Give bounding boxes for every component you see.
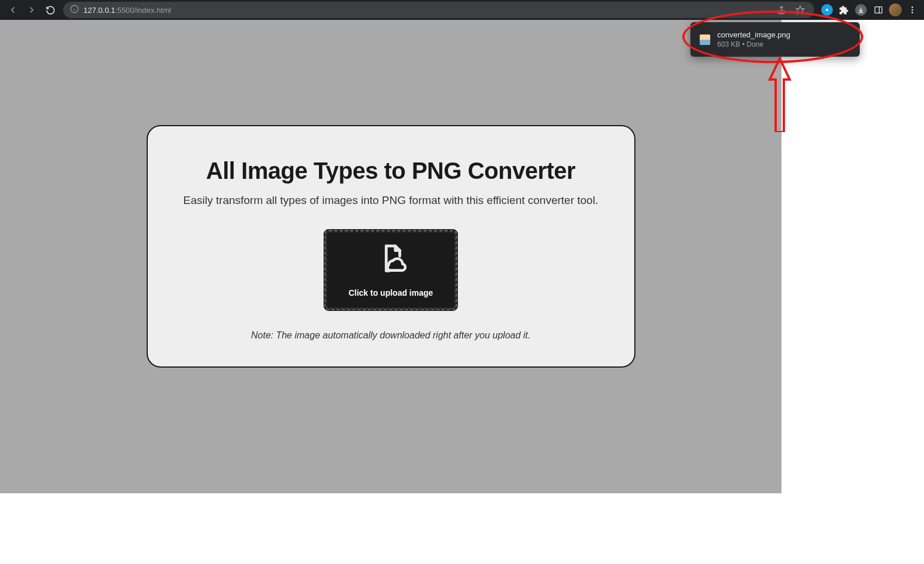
download-file-name: converted_image.png	[717, 30, 850, 39]
url-text: 127.0.0.1:5500/index.html	[84, 6, 770, 15]
back-button[interactable]	[5, 2, 21, 18]
page-subtitle: Easily transform all types of images int…	[176, 192, 606, 209]
toolbar-right-icons	[819, 3, 919, 17]
extensions-puzzle-icon[interactable]	[836, 3, 850, 17]
side-panel-icon[interactable]	[871, 3, 885, 17]
converter-card: All Image Types to PNG Converter Easily …	[147, 125, 635, 368]
svg-marker-4	[796, 6, 804, 13]
chrome-menu-icon[interactable]	[905, 3, 919, 17]
profile-avatar[interactable]	[889, 4, 902, 16]
svg-point-5	[826, 9, 828, 11]
svg-rect-3	[779, 11, 785, 13]
download-popup[interactable]: converted_image.png 603 KB • Done	[690, 22, 860, 57]
svg-point-10	[912, 6, 913, 8]
forward-button[interactable]	[23, 2, 40, 18]
svg-point-12	[912, 12, 913, 13]
bookmark-star-icon[interactable]	[793, 3, 807, 17]
download-file-meta: 603 KB • Done	[717, 40, 850, 49]
browser-toolbar: 127.0.0.1:5500/index.html	[0, 0, 924, 20]
svg-point-11	[912, 9, 913, 11]
right-blank-area	[781, 20, 924, 564]
downloads-icon[interactable]	[854, 3, 868, 17]
file-cloud-icon	[373, 243, 409, 279]
svg-rect-8	[875, 7, 882, 13]
file-thumbnail-icon	[700, 34, 710, 45]
reload-button[interactable]	[42, 2, 58, 18]
upload-label: Click to upload image	[349, 288, 433, 297]
download-file-info: converted_image.png 603 KB • Done	[717, 30, 850, 49]
site-info-icon[interactable]	[70, 5, 79, 15]
extension-icon[interactable]	[821, 4, 833, 16]
page-content: All Image Types to PNG Converter Easily …	[0, 20, 781, 493]
page-title: All Image Types to PNG Converter	[176, 158, 606, 184]
upload-dropzone[interactable]: Click to upload image	[325, 231, 456, 309]
note-text: Note: The image automatically downloaded…	[176, 330, 606, 341]
address-bar[interactable]: 127.0.0.1:5500/index.html	[63, 2, 814, 18]
share-icon[interactable]	[774, 3, 788, 17]
